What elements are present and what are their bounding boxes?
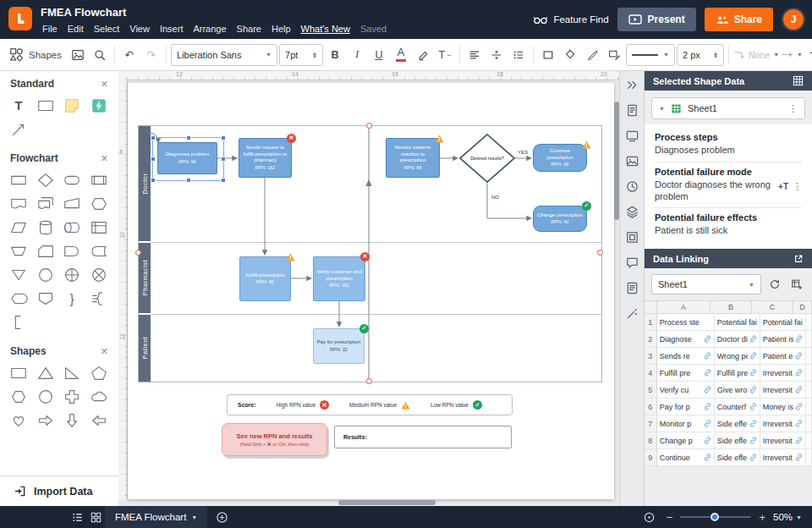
menu-arrange[interactable]: Arrange (188, 22, 231, 36)
drawing-canvas[interactable]: 12 14 16 18 20 8 10 12 Doctor Pharmacist… (118, 71, 619, 506)
node-continue-prescription[interactable]: Continue prescription RPN: 96 ! (533, 144, 587, 172)
shape-direct-storage[interactable] (60, 217, 84, 239)
sheet-cell[interactable]: 8 (806, 365, 812, 381)
node-pay-for-prescription[interactable]: Pay for prescription RPN: 32 ✓ (313, 328, 365, 364)
sheet-cell[interactable]: Irreversit (760, 415, 806, 432)
shape-manual-operation[interactable] (7, 240, 30, 262)
line-curve-select[interactable]: None ▼ (733, 44, 779, 66)
shape-arrow-left[interactable] (87, 410, 111, 432)
sheet-cell[interactable]: Pay for p (657, 399, 715, 415)
shape-search-button[interactable] (90, 44, 110, 66)
sheet-cell[interactable]: Doctor di (715, 331, 760, 347)
shape-triangle[interactable] (34, 362, 58, 384)
shape-right-triangle[interactable] (60, 362, 84, 384)
page-list-icon[interactable] (68, 508, 86, 526)
slides-icon[interactable] (624, 127, 641, 144)
collapse-icon[interactable] (624, 76, 641, 93)
sheet-cell[interactable]: 6 (806, 331, 812, 347)
sheet-cell[interactable]: Patient e (760, 348, 806, 364)
node-verify-customer[interactable]: Verify customer and prescription RPN: 16… (313, 256, 365, 301)
sheet-cell[interactable]: Patient is (760, 331, 806, 347)
shape-heart[interactable] (7, 410, 30, 432)
sheet-cell[interactable]: Side effe (715, 415, 760, 432)
table-icon[interactable] (793, 75, 804, 86)
shape-data-sheet-selector[interactable]: ▼ Sheet1 ⋮ (651, 97, 805, 119)
connector-endpoint[interactable] (366, 123, 372, 129)
sheet-cell[interactable]: 8 (806, 449, 812, 465)
sheet-cell[interactable]: Potential fai (715, 314, 760, 330)
shape-circle[interactable] (34, 386, 58, 408)
import-data-button[interactable]: Import Data (0, 476, 118, 506)
row-number[interactable]: 8 (645, 432, 657, 448)
menu-help[interactable]: Help (266, 22, 296, 36)
sheet-cell[interactable]: Monitor p (657, 415, 715, 432)
shape-decision[interactable] (34, 169, 58, 191)
sheet-cell[interactable]: 2 (806, 399, 812, 415)
magic-icon[interactable] (624, 305, 641, 322)
sheet-cell[interactable]: Diagnose (657, 331, 715, 347)
shape-dynamic-shape[interactable] (87, 95, 111, 117)
text-align-button[interactable] (464, 44, 485, 66)
sheet-cell[interactable]: 9 (806, 348, 812, 364)
sheet-cell[interactable]: Sev (806, 314, 812, 330)
menu-select[interactable]: Select (89, 22, 125, 36)
sheet-cell[interactable]: Side effe (715, 432, 760, 448)
arrow-ends-select[interactable]: ▼ (781, 44, 803, 66)
italic-button[interactable]: I (347, 44, 367, 66)
shape-hexagon[interactable] (7, 386, 30, 408)
row-number[interactable]: 6 (645, 399, 657, 415)
underline-button[interactable]: U (369, 44, 389, 66)
shape-text[interactable]: T (7, 95, 30, 117)
field-process-steps[interactable]: Process steps Diagnoses problem (655, 128, 802, 162)
shape-rectangle[interactable] (7, 362, 30, 384)
font-family-select[interactable]: Liberation Sans ▼ (171, 44, 277, 66)
shape-merge[interactable] (7, 264, 30, 286)
shape-sticky-note[interactable] (60, 95, 84, 117)
sheet-cell[interactable]: Counterf (715, 399, 760, 415)
layers-icon[interactable] (624, 203, 641, 220)
shape-bracket-left[interactable] (7, 311, 30, 333)
shape-card[interactable] (34, 240, 58, 262)
menu-file[interactable]: File (37, 22, 63, 36)
manage-data-icon[interactable] (788, 276, 805, 293)
shape-display[interactable] (7, 288, 30, 310)
sheet-cell[interactable]: Fulfill pre (657, 365, 715, 381)
highlighter-button[interactable] (413, 44, 433, 66)
kebab-menu-icon[interactable]: ⋮ (793, 181, 802, 192)
field-failure-mode[interactable]: Potential failure mode Doctor diagnoses … (655, 162, 802, 209)
column-header-b[interactable]: B (710, 301, 752, 313)
shape-process[interactable] (7, 169, 30, 191)
shape-or-junction[interactable] (60, 264, 84, 286)
comment-icon[interactable] (624, 254, 641, 271)
sheet-cell[interactable]: Verify cu (657, 382, 715, 398)
text-color-button[interactable]: A (391, 44, 411, 66)
rpn-legend[interactable]: Score: High RPN value✕ Medium RPN value!… (227, 394, 513, 415)
column-header-a[interactable]: A (657, 301, 710, 313)
close-icon[interactable]: ✕ (101, 153, 108, 164)
redo-button[interactable]: ↷ (141, 44, 162, 66)
shape-outline-button[interactable] (538, 44, 558, 66)
linked-sheet-select[interactable]: Sheet1 ▼ (651, 274, 761, 294)
page-tab[interactable]: FMEA Flowchart ▼ (105, 506, 207, 528)
row-number[interactable]: 1 (645, 314, 657, 330)
line-width-select[interactable]: 2 px ▲▼ (677, 44, 724, 66)
notes-icon[interactable] (624, 279, 641, 296)
add-page-icon[interactable] (212, 508, 231, 526)
sheet-cell[interactable]: Irreversit (760, 449, 806, 465)
shape-preparation[interactable] (87, 193, 111, 215)
column-header-c[interactable]: C (752, 301, 793, 313)
sheet-cell[interactable]: 9 (806, 382, 812, 398)
line-color-button[interactable] (582, 44, 602, 66)
shapes-panel-toggle[interactable]: Shapes (5, 44, 66, 66)
sheet-cell[interactable]: Wrong pe (715, 348, 760, 364)
bold-button[interactable]: B (325, 44, 345, 66)
page-grid-icon[interactable] (86, 508, 105, 526)
shape-data-icon[interactable] (624, 102, 641, 118)
kebab-menu-icon[interactable]: ⋮ (788, 103, 798, 114)
node-sends-request[interactable]: Sends request to fulfill prescription to… (239, 138, 292, 178)
sheet-cell[interactable]: Side effe (715, 449, 760, 465)
zoom-out-button[interactable]: − (667, 511, 673, 524)
shape-manual-input[interactable] (60, 193, 84, 215)
bullet-list-button[interactable] (508, 44, 529, 66)
user-avatar[interactable]: J (782, 8, 805, 31)
